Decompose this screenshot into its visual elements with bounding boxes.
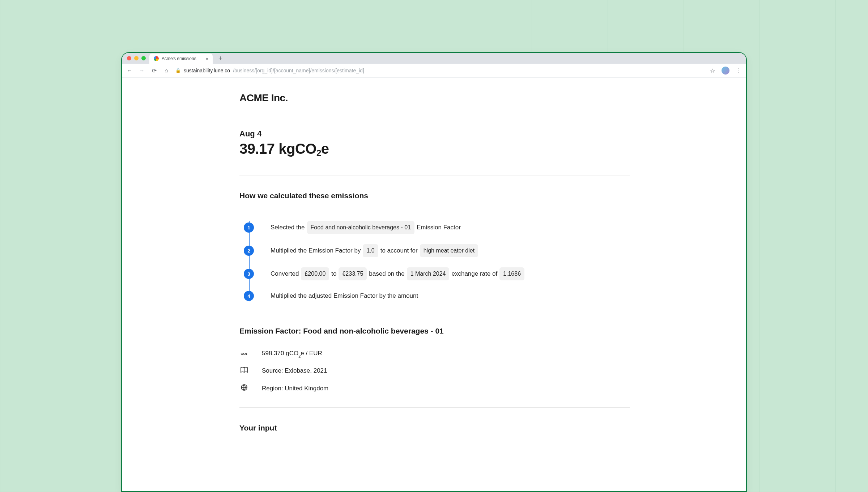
chip-fx-date: 1 March 2024 [407, 267, 450, 280]
divider [239, 407, 630, 408]
address-bar: ← → ⟳ ⌂ 🔒 sustainability.lune.co/busines… [122, 64, 746, 78]
maximize-window-icon[interactable] [141, 56, 146, 60]
back-icon[interactable]: ← [126, 67, 133, 74]
globe-icon [239, 384, 249, 393]
ef-value: 598.370 gCO2e / EUR [262, 350, 322, 357]
chip-amount-from: £200.00 [301, 267, 329, 280]
ef-source-row: Source: Exiobase, 2021 [239, 366, 630, 375]
chip-multiplier: 1.0 [363, 244, 378, 257]
ef-region: Region: United Kingdom [262, 385, 328, 392]
ef-value-row: CO₂ 598.370 gCO2e / EUR [239, 350, 630, 357]
step-badge: 1 [244, 222, 254, 233]
calculation-steps: 1 Selected the Food and non-alcoholic be… [244, 216, 630, 306]
step-text: Multiplied the Emission Factor by 1.0 to… [271, 244, 478, 257]
input-heading: Your input [239, 424, 630, 432]
step-2: 2 Multiplied the Emission Factor by 1.0 … [244, 239, 630, 262]
url-path: /business/[org_id]/[account_name]/emissi… [233, 68, 364, 73]
tab-bar: Acme's emissions × + [122, 53, 746, 64]
close-window-icon[interactable] [127, 56, 131, 60]
minimize-window-icon[interactable] [134, 56, 139, 60]
ef-source: Source: Exiobase, 2021 [262, 367, 327, 374]
ef-region-row: Region: United Kingdom [239, 384, 630, 393]
step-4: 4 Multiplied the adjusted Emission Facto… [244, 285, 630, 306]
chip-emission-factor: Food and non-alcoholic beverages - 01 [307, 221, 415, 234]
company-name: ACME Inc. [239, 92, 630, 104]
window-controls [127, 56, 146, 60]
divider [239, 175, 630, 175]
emission-date: Aug 4 [239, 129, 630, 139]
step-badge: 3 [244, 269, 254, 279]
profile-avatar[interactable] [722, 67, 729, 75]
co2-icon: CO₂ [239, 352, 249, 356]
step-3: 3 Converted £200.00 to €233.75 based on … [244, 262, 630, 285]
browser-window: Acme's emissions × + ← → ⟳ ⌂ 🔒 sustainab… [121, 52, 747, 492]
tab-title: Acme's emissions [162, 56, 196, 61]
url-host: sustainability.lune.co [184, 68, 230, 73]
step-badge: 2 [244, 246, 254, 256]
browser-tab[interactable]: Acme's emissions × [149, 54, 213, 64]
emission-total: 39.17 kgCO2e [239, 141, 630, 157]
page-content: ACME Inc. Aug 4 39.17 kgCO2e How we calc… [122, 78, 746, 432]
chip-diet: high meat eater diet [420, 244, 478, 257]
favicon-icon [154, 56, 159, 61]
step-text: Converted £200.00 to €233.75 based on th… [271, 267, 524, 280]
chip-fx-rate: 1.1686 [499, 267, 524, 280]
reload-icon[interactable]: ⟳ [151, 67, 157, 74]
chip-amount-to: €233.75 [339, 267, 367, 280]
home-icon[interactable]: ⌂ [163, 67, 170, 74]
step-text: Multiplied the adjusted Emission Factor … [271, 290, 418, 301]
lock-icon: 🔒 [175, 68, 181, 73]
step-1: 1 Selected the Food and non-alcoholic be… [244, 216, 630, 239]
step-text: Selected the Food and non-alcoholic beve… [271, 221, 461, 234]
calc-heading: How we calculated these emissions [239, 191, 630, 200]
kebab-menu-icon[interactable]: ⋮ [736, 67, 742, 74]
ef-heading: Emission Factor: Food and non-alcoholic … [239, 327, 630, 335]
close-tab-icon[interactable]: × [205, 56, 208, 62]
book-icon [239, 366, 249, 375]
step-badge: 4 [244, 291, 254, 301]
star-icon[interactable]: ☆ [710, 67, 715, 74]
new-tab-button[interactable]: + [216, 55, 225, 62]
forward-icon[interactable]: → [139, 67, 145, 74]
url-field[interactable]: 🔒 sustainability.lune.co/business/[org_i… [175, 68, 704, 73]
